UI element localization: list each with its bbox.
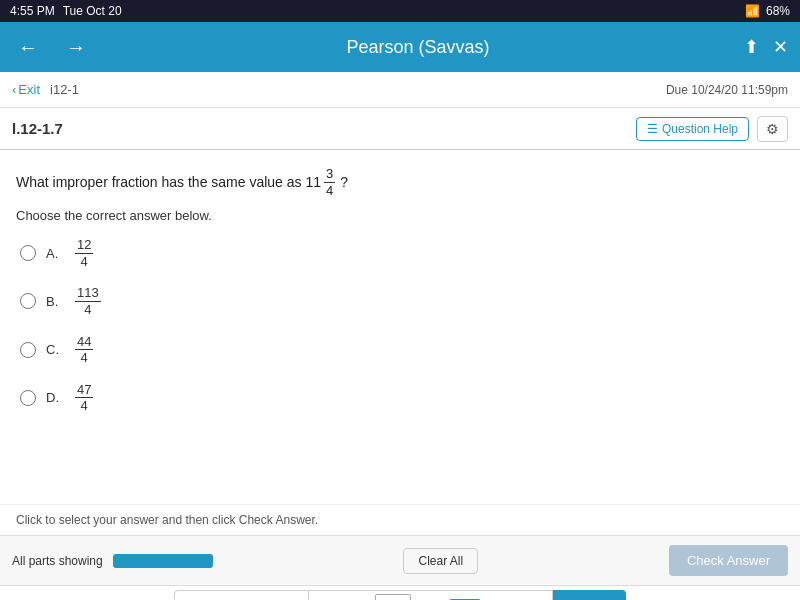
option-c-num: 44 — [75, 334, 93, 351]
option-a-den: 4 — [79, 254, 90, 270]
main-content: What improper fraction has the same valu… — [0, 150, 800, 504]
gear-icon: ⚙ — [766, 121, 779, 137]
mixed-whole: 11 — [305, 174, 321, 190]
option-value-d: 47 4 — [75, 382, 93, 414]
question-help-button[interactable]: ☰ Question Help — [636, 117, 749, 141]
list-icon: ☰ — [647, 122, 658, 136]
forward-nav-button[interactable]: → — [60, 32, 92, 63]
sub-header: ‹ Exit i12-1 Due 10/24/20 11:59pm — [0, 72, 800, 108]
option-value-b: 113 4 — [75, 285, 101, 317]
bottom-status-bar: All parts showing Clear All Check Answer — [0, 535, 800, 585]
share-button[interactable]: ⬆ — [744, 36, 759, 58]
status-date: Tue Oct 20 — [63, 4, 122, 18]
progress-bar — [113, 554, 213, 568]
question-header: l.12-1.7 ☰ Question Help ⚙ — [0, 108, 800, 150]
option-label-b[interactable]: B. — [46, 294, 64, 309]
mixed-fraction: 3 4 — [324, 166, 335, 198]
answer-option-a: A. 12 4 — [20, 237, 784, 269]
header-nav: ← → — [12, 32, 92, 63]
question-text-part: What improper fraction has the same valu… — [16, 174, 305, 190]
settings-button[interactable]: ⚙ — [757, 116, 788, 142]
battery-icon: 68% — [766, 4, 790, 18]
radio-b[interactable] — [20, 293, 36, 309]
option-a-num: 12 — [75, 237, 93, 254]
instruction: Choose the correct answer below. — [16, 208, 784, 223]
header-actions: ⬆ ✕ — [744, 36, 788, 58]
question-suffix: ? — [340, 174, 348, 190]
status-right: 📶 68% — [745, 4, 790, 18]
radio-a[interactable] — [20, 245, 36, 261]
status-bar: 4:55 PM Tue Oct 20 📶 68% — [0, 0, 800, 22]
sub-header-left: ‹ Exit i12-1 — [12, 82, 79, 97]
answer-option-d: D. 47 4 — [20, 382, 784, 414]
radio-c[interactable] — [20, 342, 36, 358]
mixed-numerator: 3 — [324, 166, 335, 183]
option-b-num: 113 — [75, 285, 101, 302]
click-instruction: Click to select your answer and then cli… — [0, 504, 800, 535]
footer-nav: Review progress Question of 8 Go ◀ Back … — [0, 585, 800, 600]
clear-all-button[interactable]: Clear All — [403, 548, 478, 574]
mixed-denominator: 4 — [324, 183, 335, 199]
option-value-c: 44 4 — [75, 334, 93, 366]
question-header-right: ☰ Question Help ⚙ — [636, 116, 788, 142]
check-answer-button[interactable]: Check Answer — [669, 545, 788, 576]
question-number-input[interactable] — [375, 594, 411, 601]
chevron-left-icon: ‹ — [12, 82, 16, 97]
mixed-number: 11 3 4 — [305, 166, 336, 198]
option-label-a[interactable]: A. — [46, 246, 64, 261]
review-progress-button[interactable]: Review progress — [174, 590, 309, 601]
close-button[interactable]: ✕ — [773, 36, 788, 58]
option-c-den: 4 — [79, 350, 90, 366]
parts-showing: All parts showing — [12, 554, 213, 568]
next-button[interactable]: Next ▶ — [553, 590, 626, 601]
radio-d[interactable] — [20, 390, 36, 406]
question-nav: Question of 8 Go — [309, 590, 481, 601]
answer-options: A. 12 4 B. 113 4 C. 44 4 D. — [20, 237, 784, 414]
option-value-a: 12 4 — [75, 237, 93, 269]
status-time: 4:55 PM — [10, 4, 55, 18]
option-d-num: 47 — [75, 382, 93, 399]
answer-option-c: C. 44 4 — [20, 334, 784, 366]
app-title: Pearson (Savvas) — [346, 37, 489, 58]
wifi-icon: 📶 — [745, 4, 760, 18]
back-button[interactable]: ◀ Back — [481, 590, 553, 601]
breadcrumb: i12-1 — [50, 82, 79, 97]
option-label-c[interactable]: C. — [46, 342, 64, 357]
parts-showing-label: All parts showing — [12, 554, 103, 568]
back-nav-button[interactable]: ← — [12, 32, 44, 63]
status-left: 4:55 PM Tue Oct 20 — [10, 4, 122, 18]
question-id: l.12-1.7 — [12, 120, 63, 137]
answer-option-b: B. 113 4 — [20, 285, 784, 317]
option-label-d[interactable]: D. — [46, 390, 64, 405]
app-header: ← → Pearson (Savvas) ⬆ ✕ — [0, 22, 800, 72]
exit-label: Exit — [18, 82, 40, 97]
question-text: What improper fraction has the same valu… — [16, 166, 784, 198]
due-date: Due 10/24/20 11:59pm — [666, 83, 788, 97]
option-b-den: 4 — [82, 302, 93, 318]
option-d-den: 4 — [79, 398, 90, 414]
exit-button[interactable]: ‹ Exit — [12, 82, 40, 97]
question-help-label: Question Help — [662, 122, 738, 136]
